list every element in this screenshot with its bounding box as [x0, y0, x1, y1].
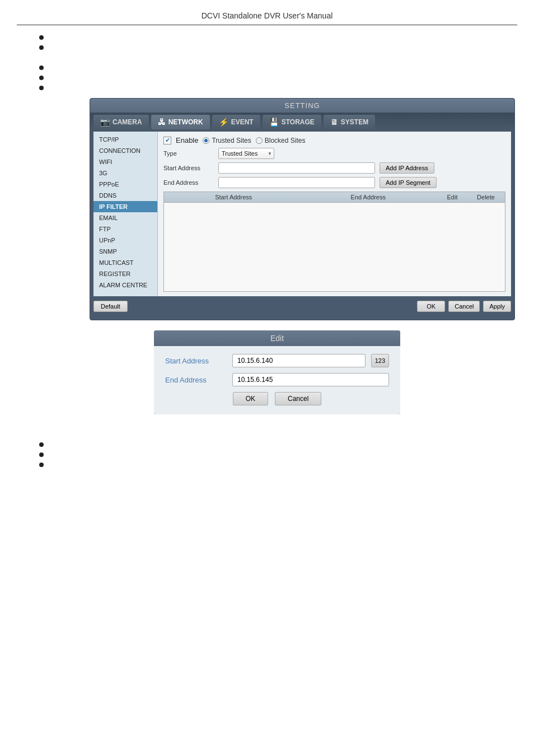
edit-dialog-title: Edit [154, 330, 400, 346]
edit-end-label: End Address [165, 376, 227, 384]
tab-event-label: EVENT [231, 118, 254, 126]
main-content: ✔ Enable Trusted Sites Blocked Sites Typ… [158, 132, 511, 296]
edit-dialog-body: Start Address 123 End Address OK Cancel [154, 346, 400, 414]
sidebar-item-3g[interactable]: 3G [93, 167, 157, 179]
add-ip-address-button[interactable]: Add IP Address [380, 162, 434, 174]
sidebar-item-multicast[interactable]: MULTICAST [93, 257, 157, 268]
tab-storage[interactable]: 💾 STORAGE [263, 115, 321, 129]
tab-camera-label: CAMERA [113, 118, 142, 126]
ok-button[interactable]: OK [417, 301, 445, 312]
enable-label: Enable [176, 136, 198, 144]
bullet-dot [39, 442, 44, 447]
edit-start-input[interactable] [232, 354, 366, 367]
col-delete: Delete [469, 194, 503, 200]
bullet-item [39, 43, 517, 50]
cancel-button[interactable]: Cancel [448, 301, 480, 312]
setting-tabs: 📷 CAMERA 🖧 NETWORK ⚡ EVENT 💾 STORAGE 🖥 S… [90, 113, 514, 132]
start-address-row: Start Address Add IP Address [163, 162, 505, 174]
end-address-input[interactable] [218, 177, 375, 188]
trusted-sites-radio[interactable]: Trusted Sites [203, 137, 251, 144]
sidebar-item-pppoe[interactable]: PPPoE [93, 179, 157, 190]
tab-event[interactable]: ⚡ EVENT [212, 115, 260, 129]
bottom-buttons: Default OK Cancel Apply [90, 296, 514, 314]
blocked-sites-radio[interactable]: Blocked Sites [256, 137, 306, 144]
start-address-input[interactable] [218, 162, 375, 174]
sidebar-item-connection[interactable]: CONNECTION [93, 145, 157, 156]
sidebar-item-upnp[interactable]: UPnP [93, 235, 157, 246]
sidebar-item-email[interactable]: EMAIL [93, 212, 157, 223]
sidebar-item-snmp[interactable]: SNMP [93, 246, 157, 257]
tab-system[interactable]: 🖥 SYSTEM [324, 115, 375, 129]
edit-dialog-buttons: OK Cancel [165, 392, 389, 405]
trusted-sites-label: Trusted Sites [212, 137, 251, 144]
bullet-dot [39, 35, 44, 40]
trusted-radio-dot [203, 137, 209, 144]
add-ip-segment-button[interactable]: Add IP Segment [380, 177, 437, 188]
network-icon: 🖧 [158, 118, 166, 127]
keyboard-button[interactable]: 123 [371, 354, 389, 367]
type-select[interactable]: Trusted Sites [218, 148, 274, 159]
col-end-address: End Address [301, 194, 436, 200]
type-row: Type Trusted Sites [163, 148, 505, 159]
sidebar-item-ftp[interactable]: FTP [93, 223, 157, 235]
page-title: DCVI Standalone DVR User's Manual [17, 11, 517, 20]
edit-end-address-row: End Address [165, 373, 389, 386]
tab-storage-label: STORAGE [282, 118, 315, 126]
bullet-dot [39, 452, 44, 457]
enable-checkbox[interactable]: ✔ [163, 137, 171, 144]
bullet-dot [39, 66, 44, 70]
sidebar-item-tcpip[interactable]: TCP/IP [93, 134, 157, 145]
edit-start-address-row: Start Address 123 [165, 354, 389, 367]
bullet-dot [39, 45, 44, 50]
setting-title: SETTING [90, 99, 514, 113]
bullet-item [39, 440, 517, 447]
sidebar-item-register[interactable]: REGISTER [93, 268, 157, 279]
sidebar-item-wifi[interactable]: WIFI [93, 156, 157, 167]
col-start-address: Start Address [166, 194, 301, 200]
mid-bullets [39, 63, 517, 90]
sidebar-menu: TCP/IP CONNECTION WIFI 3G PPPoE DDNS IP … [93, 132, 158, 296]
bullet-item [39, 63, 517, 70]
edit-start-label: Start Address [165, 357, 227, 365]
start-address-label: Start Address [163, 165, 214, 171]
bullet-item [39, 33, 517, 40]
storage-icon: 💾 [269, 118, 279, 127]
sidebar-item-ipfilter[interactable]: IP FILTER [93, 201, 157, 212]
sidebar-item-alarmcentre[interactable]: ALARM CENTRE [93, 279, 157, 291]
blocked-sites-label: Blocked Sites [265, 137, 306, 144]
type-value: Trusted Sites [222, 150, 257, 157]
bullet-item [39, 73, 517, 80]
table-header: Start Address End Address Edit Delete [163, 192, 505, 202]
event-icon: ⚡ [219, 118, 228, 127]
edit-dialog: Edit Start Address 123 End Address OK Ca… [154, 330, 400, 414]
setting-panel: SETTING 📷 CAMERA 🖧 NETWORK ⚡ EVENT 💾 STO… [90, 98, 515, 320]
camera-icon: 📷 [100, 118, 110, 127]
bullet-dot [39, 86, 44, 90]
divider [17, 25, 517, 25]
end-address-row: End Address Add IP Segment [163, 177, 505, 188]
tab-camera[interactable]: 📷 CAMERA [93, 115, 149, 129]
bullet-item [39, 83, 517, 90]
bullet-dot [39, 76, 44, 80]
apply-button[interactable]: Apply [483, 301, 511, 312]
bullet-item [39, 460, 517, 467]
top-bullets [39, 33, 517, 50]
edit-end-input[interactable] [232, 373, 389, 386]
tab-network[interactable]: 🖧 NETWORK [151, 115, 210, 129]
type-label: Type [163, 150, 214, 157]
edit-cancel-button[interactable]: Cancel [275, 392, 321, 405]
tab-system-label: SYSTEM [341, 118, 368, 126]
sidebar-item-ddns[interactable]: DDNS [93, 190, 157, 201]
bullet-dot [39, 463, 44, 467]
enable-row: ✔ Enable Trusted Sites Blocked Sites [163, 136, 505, 144]
edit-ok-button[interactable]: OK [233, 392, 268, 405]
col-edit: Edit [435, 194, 469, 200]
system-icon: 🖥 [330, 118, 338, 127]
blocked-radio-dot [256, 137, 263, 144]
default-button[interactable]: Default [93, 301, 128, 312]
bottom-bullets [39, 440, 517, 467]
setting-body: TCP/IP CONNECTION WIFI 3G PPPoE DDNS IP … [93, 132, 511, 296]
table-body [163, 202, 505, 292]
bullet-item [39, 450, 517, 457]
tab-network-label: NETWORK [168, 118, 203, 126]
